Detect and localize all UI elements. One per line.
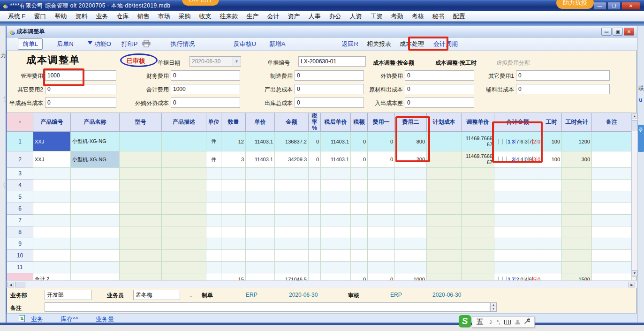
cell-model[interactable] [120,226,162,238]
cell-plancost[interactable] [427,226,462,238]
cell-adjprice[interactable] [462,191,494,203]
cell-fee1[interactable]: 0 [368,151,395,168]
cell-taxrate[interactable] [309,191,321,203]
menu-item[interactable]: 采购 [174,11,195,21]
cell-adjprice[interactable] [462,215,494,226]
cell-unit[interactable] [206,168,221,180]
cell-name[interactable] [71,180,120,191]
child-restore-button[interactable]: ▣ [613,28,623,36]
cell-tax[interactable]: 0 [351,132,368,151]
add-new-button[interactable]: 新增A [269,40,286,48]
cell-hours_total[interactable] [562,215,592,226]
cell-fee2[interactable]: 200 [395,151,427,168]
cell-tax[interactable] [351,203,368,215]
cell-hours_total[interactable] [562,226,592,238]
cell-qty[interactable] [221,262,246,273]
cell-tax[interactable] [351,168,368,180]
cell-amount[interactable] [275,168,309,180]
cell-taxrate[interactable] [309,215,321,226]
cell-fee2[interactable] [395,262,427,273]
cell-code[interactable] [33,226,71,238]
cell-adjprice[interactable] [462,168,494,180]
cell-model[interactable] [120,180,162,191]
cell-plancost[interactable] [427,250,462,262]
cell-taxrate[interactable] [309,238,321,250]
cell-unit[interactable] [206,250,221,262]
cell-code[interactable] [33,203,71,215]
cell-model[interactable] [120,168,162,180]
column-header[interactable]: 调整单价 [462,113,494,132]
cell-qty[interactable] [221,191,246,203]
cell-unit[interactable]: 件 [206,132,221,151]
cell-desc[interactable] [162,250,206,262]
cell-code[interactable]: XXJ [33,151,71,168]
field-input-原材料出成本[interactable]: 0 [405,84,474,94]
cell-total[interactable] [494,238,541,250]
next-doc-button[interactable]: 后单N [57,40,73,48]
cell-plancost[interactable] [427,191,462,203]
cell-qty[interactable] [221,203,246,215]
column-header[interactable]: 计划成本 [427,113,462,132]
printer-icon[interactable] [142,40,151,47]
cell-taxprice[interactable]: 11403.1 [321,151,351,168]
cell-total[interactable] [494,203,541,215]
cell-hours[interactable] [541,226,562,238]
cell-amount[interactable]: 136837.2 [275,132,309,151]
cell-total[interactable]: 3440930 [494,151,541,168]
cell-fee1[interactable] [368,203,395,215]
menu-item[interactable]: 会计 [263,11,284,21]
cell-tax[interactable] [351,226,368,238]
cell-plancost[interactable] [427,168,462,180]
column-header[interactable]: 产品描述 [162,113,206,132]
cell-taxprice[interactable] [321,215,351,226]
cell-note[interactable] [592,203,632,215]
cell-price[interactable] [246,168,275,180]
cell-unit[interactable] [206,238,221,250]
ime-keyboard-icon[interactable] [504,320,511,324]
cell-desc[interactable] [162,226,206,238]
field-input-财务费用[interactable]: 0 [171,70,240,81]
function-menu-button[interactable]: 功能O [94,40,111,48]
grid-vertical-scrollbar[interactable]: ▲ ▼ [631,113,638,277]
menu-item[interactable]: 工资 [366,11,387,21]
mode-virtual-label[interactable]: 虚拟费用分配 [496,59,530,67]
cell-plancost[interactable] [427,132,462,151]
floating-badge-left[interactable]: 200 倍件 [182,0,219,6]
minimize-button[interactable]: — [593,2,606,10]
cell-note[interactable] [592,132,632,151]
field-input-合计费用[interactable]: 1000 [171,84,240,94]
cell-amount[interactable] [275,250,309,262]
cell-model[interactable] [120,238,162,250]
cell-hours[interactable] [541,168,562,180]
cell-desc[interactable] [162,168,206,180]
cell-hours_total[interactable] [562,250,592,262]
cell-code[interactable] [33,180,71,191]
field-input-产出总成本[interactable]: 0 [295,84,364,94]
cell-fee1[interactable]: 0 [368,132,395,151]
unaudit-button[interactable]: 反审核U [233,40,256,48]
cell-hours[interactable]: 100 [541,151,562,168]
cell-price[interactable]: 11403.1 [246,132,275,151]
return-button[interactable]: 返回R [341,40,358,48]
cell-tax[interactable] [351,250,368,262]
cell-model[interactable] [120,203,162,215]
cell-desc[interactable] [162,180,206,191]
cell-qty[interactable] [221,238,246,250]
doc-no-input[interactable]: LX-200630-01 [298,56,366,67]
cell-desc[interactable] [162,238,206,250]
cell-taxprice[interactable] [321,203,351,215]
sogou-logo-icon[interactable]: S [459,315,471,327]
salesperson-input[interactable]: 孟冬梅 [133,290,180,300]
cell-name[interactable]: 小型机-XG-NG [71,132,120,151]
cell-fee1[interactable] [368,168,395,180]
cell-model[interactable] [120,215,162,226]
cell-code[interactable] [33,191,71,203]
menu-item[interactable]: 配置 [449,11,470,21]
menu-item[interactable]: 人事 [304,11,325,21]
cell-code[interactable] [33,250,71,262]
cell-plancost[interactable] [427,180,462,191]
cell-total[interactable]: 13763720 [494,132,541,151]
cell-fee1[interactable] [368,250,395,262]
cell-adjprice[interactable]: 11469.766667 [462,132,494,151]
cell-qty[interactable] [221,168,246,180]
